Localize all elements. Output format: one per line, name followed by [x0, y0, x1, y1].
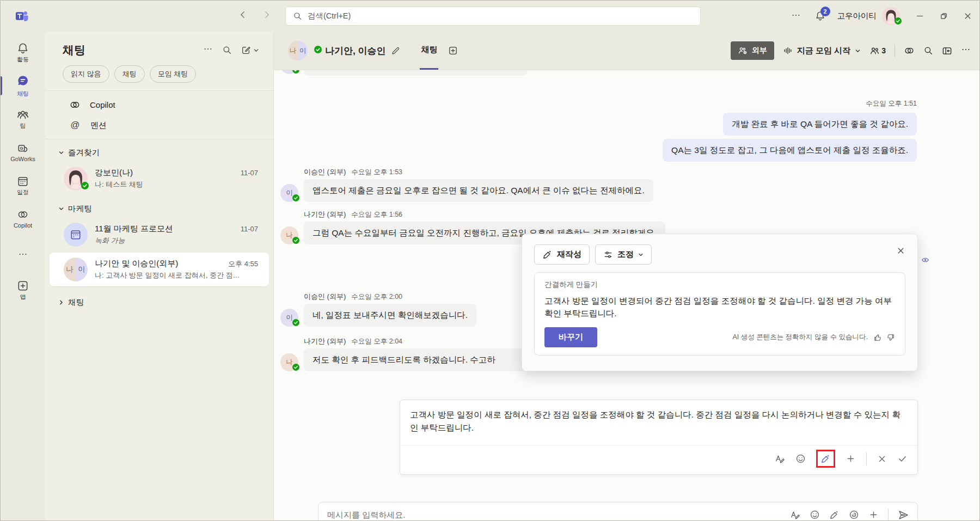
chat-time: 오후 4:55 — [228, 259, 258, 269]
titlebar-more-icon[interactable] — [791, 10, 801, 22]
rail-item-calendar[interactable]: 일정 — [1, 169, 45, 202]
participants-button[interactable]: 3 — [869, 46, 886, 56]
user-avatar[interactable] — [882, 7, 900, 25]
suggestion-text: 고객사 방문 일정이 변경되어 중간 점검 일정을 조정해야 할 것 같습니다.… — [544, 295, 895, 320]
sidebar-search-icon[interactable] — [222, 45, 232, 55]
thumbs-down-icon[interactable] — [886, 333, 895, 342]
chevron-down-icon — [638, 252, 644, 258]
calendar-icon — [17, 175, 29, 187]
adjust-button[interactable]: 조정 — [595, 244, 652, 265]
divider — [888, 508, 889, 521]
rail-item-copilot[interactable]: Copilot — [1, 202, 45, 235]
copilot-icon — [69, 99, 81, 111]
message-edit-box[interactable]: 고객사 방문 일정이 새로 잡혀서, 중간 점검 일정을 조정해야 할 것 같습… — [400, 400, 918, 475]
filter-chat[interactable]: 채팅 — [114, 65, 145, 83]
copilot-icon — [17, 209, 29, 220]
window-minimize-button[interactable] — [908, 1, 932, 32]
rename-chat-icon[interactable] — [391, 46, 400, 56]
chat-list-item-bomin[interactable]: 강보민(나)11-07 나: 테스트 채팅 — [45, 162, 273, 195]
rail-more-icon[interactable] — [1, 243, 45, 266]
global-search-box[interactable]: 검색(Ctrl+E) — [285, 7, 701, 26]
section-favorites[interactable]: 즐겨찾기 — [45, 139, 273, 162]
attach-plus-icon[interactable] — [846, 453, 856, 464]
confirm-edit-icon[interactable] — [897, 453, 908, 464]
sidebar-mentions-item[interactable]: @ 멘션 — [45, 116, 273, 134]
message-group: 이승인 (외부)수요일 오후 1:53 이 앱스토어 제출은 금요일 오후로 잡… — [274, 167, 917, 202]
chat-list-item-selected[interactable]: 나 이 나기안 및 이승인(외부)오후 4:55 나: 고객사 방문 일정이 새… — [50, 253, 269, 286]
chat-sidebar: 채팅 읽지 않음 채팅 모임 채팅 Copilot — [45, 32, 274, 520]
filter-meeting-chat[interactable]: 모임 채팅 — [150, 65, 197, 83]
external-members-button[interactable]: 외부 — [731, 41, 774, 60]
rewrite-suggestion-card: 간결하게 만들기 고객사 방문 일정이 변경되어 중간 점검 일정을 조정해야 … — [534, 272, 905, 355]
notification-bell-icon[interactable]: 2 — [815, 11, 825, 21]
header-more-icon[interactable] — [961, 45, 971, 57]
window-close-button[interactable] — [955, 1, 979, 32]
divider — [866, 452, 867, 465]
filter-unread[interactable]: 읽지 않음 — [63, 65, 109, 83]
rail-item-chat[interactable]: 채팅 — [1, 69, 45, 102]
meet-now-button[interactable]: 지금 모임 시작 — [783, 46, 861, 56]
chat-preview: 녹화 가능 — [95, 236, 258, 246]
rewrite-with-copilot-icon[interactable] — [829, 510, 840, 520]
tab-chat[interactable]: 채팅 — [420, 32, 438, 70]
format-icon[interactable] — [775, 453, 785, 464]
nav-arrows — [238, 10, 272, 20]
sender-name: 이승인 (외부) — [304, 292, 346, 302]
message-input[interactable] — [327, 510, 790, 519]
chat-preview: 나: 고객사 방문 일정이 새로 잡혀서, 중간 점… — [95, 271, 258, 280]
sender-name: 나기안 (외부) — [304, 210, 346, 219]
edit-text[interactable]: 고객사 방문 일정이 새로 잡혀서, 중간 점검 일정을 조정해야 할 것 같습… — [400, 400, 917, 443]
forward-arrow-icon[interactable] — [262, 10, 272, 20]
rail-item-apps[interactable]: 앱 — [1, 273, 45, 307]
rewrite-with-copilot-icon-annotated[interactable] — [816, 450, 835, 468]
section-marketing[interactable]: 마케팅 — [45, 195, 273, 218]
rewrite-button[interactable]: 재작성 — [534, 244, 590, 265]
day-timestamp: 수요일 오후 1:51 — [274, 88, 917, 108]
rail-item-activity[interactable]: 활동 — [1, 36, 45, 69]
sidebar-copilot-item[interactable]: Copilot — [45, 95, 273, 114]
my-message[interactable]: QA는 3일 정도로 잡고, 그 다음에 앱스토어 제출 일정 조율하죠. — [274, 139, 917, 162]
message-bubble[interactable]: 앱스토어 제출은 금요일 오후로 잡으면 될 것 같아요. QA에서 큰 이슈 … — [304, 179, 653, 202]
back-arrow-icon[interactable] — [238, 10, 248, 20]
message-time: 수요일 오후 1:56 — [351, 210, 402, 219]
avatar — [64, 167, 88, 191]
rail-item-teams[interactable]: 팀 — [1, 102, 45, 136]
chat-header: 나 이 나기안, 이승인 채팅 외부 — [274, 32, 979, 70]
window-restore-button[interactable] — [932, 1, 955, 32]
send-icon[interactable] — [898, 510, 909, 520]
thumbs-up-icon[interactable] — [873, 333, 882, 342]
chat-list-item-promo[interactable]: 11월 마케팅 프로모션11-07 녹화 가능 — [45, 218, 273, 252]
cut-off-bubble — [304, 70, 527, 76]
my-message[interactable]: 개발 완료 후 바로 QA 들어가면 좋을 것 같아요. — [274, 113, 917, 136]
group-avatar: 나 이 — [64, 258, 88, 281]
message-bubble[interactable]: 네, 일정표 보내주시면 확인해보겠습니다. — [304, 304, 476, 327]
titlebar-right-cluster: 2 고우아이티 — [791, 1, 980, 32]
add-tab-button[interactable] — [448, 32, 458, 70]
emoji-icon[interactable] — [810, 510, 820, 520]
new-message-input-bar[interactable] — [318, 502, 918, 520]
search-in-chat-icon[interactable] — [923, 46, 933, 56]
chevron-down-icon — [58, 206, 64, 212]
attach-plus-icon[interactable] — [868, 510, 879, 520]
divider — [895, 44, 895, 57]
rail-item-goworks[interactable]: G GoWorks — [1, 136, 45, 169]
loop-component-icon[interactable] — [849, 510, 859, 520]
presence-available-badge — [292, 237, 299, 246]
avatar: 나 — [280, 353, 298, 371]
cancel-edit-icon[interactable] — [877, 454, 887, 464]
popup-close-icon[interactable] — [896, 246, 905, 255]
open-in-pane-icon[interactable] — [942, 46, 952, 56]
search-placeholder: 검색(Ctrl+E) — [308, 11, 351, 21]
title-bar: 검색(Ctrl+E) 2 고우아이티 — [1, 1, 979, 32]
sidebar-more-icon[interactable] — [203, 44, 213, 56]
emoji-icon[interactable] — [795, 453, 806, 464]
presence-available-badge — [314, 45, 322, 56]
presence-available-badge — [292, 70, 299, 75]
apply-button[interactable]: 바꾸기 — [544, 327, 597, 347]
copilot-icon[interactable] — [904, 45, 915, 56]
section-chats-collapsed[interactable]: 채팅 — [45, 287, 273, 311]
presence-available-badge — [81, 182, 89, 192]
format-icon[interactable] — [790, 510, 800, 520]
avatar: 이 — [280, 184, 298, 202]
new-chat-button[interactable] — [241, 45, 259, 55]
